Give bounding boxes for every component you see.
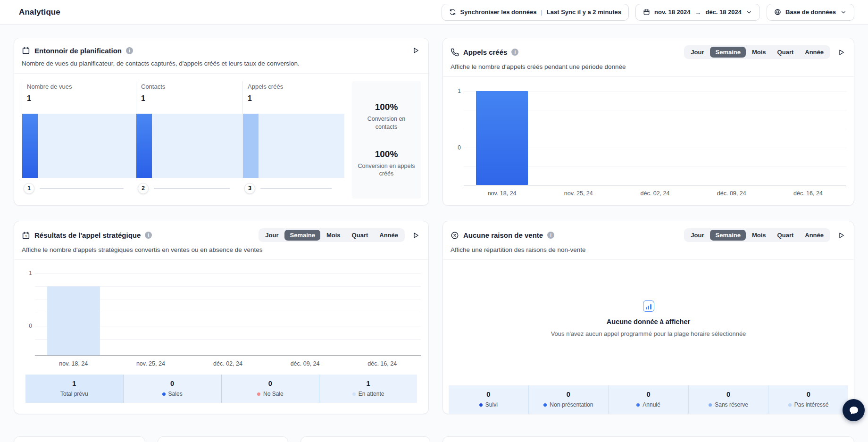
play-walkthrough-button[interactable] [836, 47, 846, 58]
stat-cell-suivi: 0 Suivi [449, 385, 528, 414]
card-title: Aucune raison de vente [463, 231, 543, 239]
stat-cell-pas-interesse: 0 Pas intéressé [768, 385, 848, 414]
strategic-bar-chart: 1 0 nov. 18, 24 nov. 25, 24 déc. 02, 24 … [35, 273, 421, 367]
tab-mois[interactable]: Mois [747, 230, 771, 241]
info-icon[interactable] [126, 47, 133, 54]
chevron-down-icon [840, 9, 847, 16]
funnel-step-value: 1 [136, 90, 242, 103]
calendar-icon [643, 8, 650, 16]
globe-icon [774, 8, 781, 16]
sales-dot [162, 392, 166, 396]
x-tick: déc. 02, 24 [617, 190, 693, 197]
funnel-bar-track [259, 114, 344, 178]
phone-icon [451, 48, 459, 57]
step-connector [40, 188, 124, 189]
sans-reserve-dot [709, 403, 712, 407]
topbar-actions: Synchroniser les données | Last Sync il … [442, 4, 854, 21]
stat-value: 0 [531, 391, 607, 398]
tab-jour[interactable]: Jour [685, 47, 709, 58]
y-tick: 0 [23, 323, 32, 329]
funnel-step-calls: Appels créés 1 [242, 81, 344, 178]
stat-label: Non-présentation [550, 401, 593, 408]
tab-semaine[interactable]: Semaine [284, 230, 320, 241]
date-start: nov. 18 2024 [654, 8, 690, 16]
calendar-event-icon: 1 [22, 231, 30, 240]
stat-value: 0 [770, 391, 846, 398]
stat-value: 0 [691, 391, 767, 398]
svg-text:1: 1 [25, 234, 27, 238]
no-sale-dot [257, 392, 260, 396]
info-icon[interactable] [547, 232, 554, 239]
tab-annee[interactable]: Année [374, 230, 403, 241]
conversion-block: 100% Conversion en contacts [356, 102, 417, 131]
circle-x-icon [451, 231, 459, 240]
database-button[interactable]: Base de données [767, 4, 854, 21]
last-sync-text: Last Sync il y a 2 minutes [547, 8, 621, 16]
play-icon [837, 48, 845, 57]
x-tick: nov. 25, 24 [540, 190, 617, 197]
calls-bar-chart: 1 0 nov. 18, 24 nov. 25, 24 déc. 02, 24 … [464, 91, 846, 197]
legend-label: No Sale [263, 391, 284, 397]
play-icon [837, 231, 845, 240]
legend-label: Sales [168, 391, 183, 397]
conversion-value: 100% [356, 149, 417, 159]
y-tick: 0 [451, 144, 461, 151]
bar-nov-18 [47, 286, 100, 355]
tab-mois[interactable]: Mois [321, 230, 346, 241]
tab-jour[interactable]: Jour [260, 230, 284, 241]
funnel-step-label: Nombre de vues [22, 81, 136, 90]
tab-quart[interactable]: Quart [772, 230, 799, 241]
y-tick: 1 [23, 270, 32, 276]
tab-annee[interactable]: Année [800, 47, 829, 58]
card-aucune-raison-de-vente: Aucune raison de vente Jour Semaine Mois… [442, 221, 854, 414]
step-connector [260, 188, 332, 189]
tab-mois[interactable]: Mois [747, 47, 771, 58]
play-walkthrough-button[interactable] [410, 230, 421, 241]
legend-value: 1 [321, 380, 415, 387]
funnel-bar-track [152, 114, 242, 178]
play-walkthrough-button[interactable] [410, 45, 421, 56]
tab-quart[interactable]: Quart [772, 47, 799, 58]
bar-chart-icon [643, 300, 654, 312]
play-icon [411, 46, 420, 55]
x-axis-labels: nov. 18, 24 nov. 25, 24 déc. 02, 24 déc.… [464, 190, 846, 197]
empty-state: Aucune donnée à afficher Vous n'avez auc… [443, 260, 854, 378]
tab-quart[interactable]: Quart [347, 230, 374, 241]
no-sale-stats: 0 Suivi 0 Non-présentation 0 Annulé 0 Sa… [449, 385, 848, 414]
database-label: Base de données [785, 8, 836, 16]
tab-jour[interactable]: Jour [685, 230, 709, 241]
empty-state-subtitle: Vous n'avez aucun appel programmé pour l… [551, 330, 746, 337]
card-subtitle: Affiche le nombre d'appels créés pendant… [443, 59, 854, 76]
stat-cell-non-presentation: 0 Non-présentation [528, 385, 609, 414]
chat-launcher-button[interactable] [843, 399, 865, 421]
stat-cell-annule: 0 Annulé [608, 385, 688, 414]
legend-cell-en-attente: 1 En attente [319, 375, 417, 403]
pas-interesse-dot [788, 403, 792, 407]
card-appels-crees: Appels créés Jour Semaine Mois Quart Ann… [442, 38, 854, 206]
sync-label: Synchroniser les données [460, 8, 537, 16]
strategic-legend: 1 Total prévu 0 Sales 0 No Sale 1 En att… [25, 375, 417, 403]
tab-semaine[interactable]: Semaine [710, 230, 745, 241]
date-range-button[interactable]: nov. 18 2024 → déc. 18 2024 [635, 4, 760, 21]
x-tick: déc. 16, 24 [770, 190, 846, 197]
card-entonnoir-de-planification: Entonnoir de planification Nombre de vue… [14, 38, 429, 206]
x-tick: nov. 18, 24 [35, 360, 112, 367]
chat-icon [849, 405, 859, 416]
play-walkthrough-button[interactable] [836, 230, 846, 241]
card-engagement: Engagement [158, 436, 288, 442]
info-icon[interactable] [511, 49, 518, 56]
arrow-right-icon: → [694, 8, 701, 16]
x-tick: nov. 18, 24 [464, 190, 540, 197]
card-title: Appels créés [463, 48, 507, 56]
legend-value: 0 [224, 380, 317, 387]
sync-button[interactable]: Synchroniser les données | Last Sync il … [442, 4, 629, 21]
bar-nov-18 [476, 91, 528, 185]
gridline [35, 273, 421, 274]
topbar: Analytique Synchroniser les données | La… [0, 0, 868, 25]
tab-semaine[interactable]: Semaine [710, 47, 745, 58]
tab-annee[interactable]: Année [800, 230, 829, 241]
stat-label: Annulé [643, 401, 660, 408]
card-subtitle: Affiche le nombre d'appels stratégiques … [14, 242, 428, 259]
info-icon[interactable] [145, 232, 152, 239]
funnel-bar [243, 114, 259, 178]
